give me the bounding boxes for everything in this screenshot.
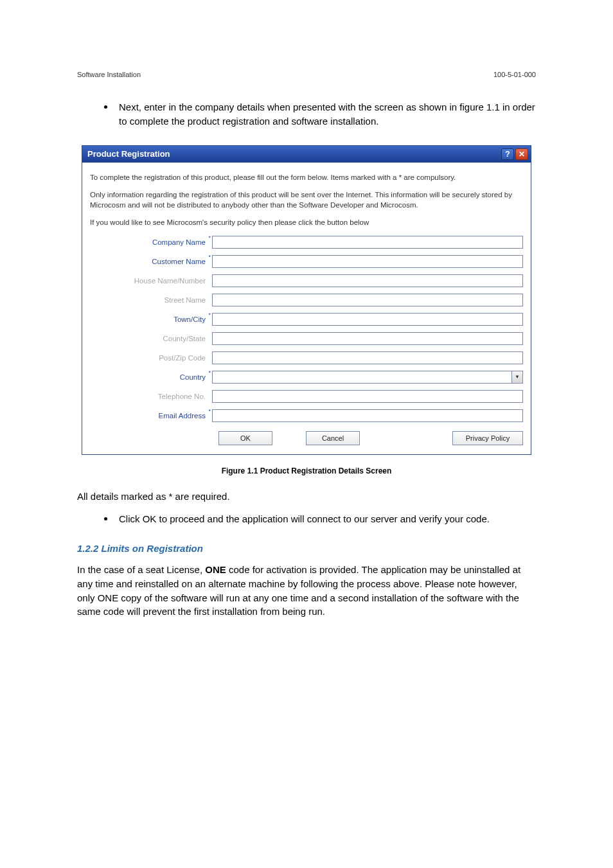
row-county: County/State <box>90 332 523 345</box>
intro-bullet-text: Next, enter in the company details when … <box>119 100 536 128</box>
row-town: Town/City * <box>90 313 523 326</box>
row-customer: Customer Name * <box>90 255 523 268</box>
label-customer-text: Customer Name <box>152 258 206 265</box>
label-email-text: Email Address <box>158 412 206 420</box>
row-country: Country * ▼ <box>90 371 523 384</box>
label-email: Email Address * <box>90 412 212 420</box>
figure-caption: Figure 1.1 Product Registration Details … <box>77 466 536 475</box>
label-house: House Name/Number <box>90 277 212 285</box>
label-town-text: Town/City <box>173 315 206 323</box>
label-postcode: Post/Zip Code <box>90 354 212 362</box>
dialog-title: Product Registration <box>87 149 170 159</box>
required-note: All details marked as * are required. <box>77 490 536 504</box>
country-combo-value[interactable] <box>212 371 511 384</box>
chevron-down-icon[interactable]: ▼ <box>511 371 523 384</box>
label-county: County/State <box>90 335 212 342</box>
dialog-titlebar: Product Registration ? ✕ <box>82 146 531 163</box>
dialog-body: To complete the registration of this pro… <box>82 163 531 454</box>
ok-bullet-block: Click OK to proceed and the application … <box>104 512 536 526</box>
dialog-button-row: OK Cancel Privacy Policy <box>90 431 523 445</box>
cancel-button[interactable]: Cancel <box>306 431 360 445</box>
header-right: 100-5-01-000 <box>493 71 536 78</box>
bullet-icon <box>104 517 107 520</box>
product-registration-dialog: Product Registration ? ✕ To complete the… <box>82 145 531 455</box>
row-house: House Name/Number <box>90 274 523 287</box>
required-star: * <box>208 369 211 376</box>
house-input[interactable] <box>212 274 523 287</box>
label-country-text: Country <box>180 373 206 381</box>
country-combo[interactable]: ▼ <box>212 371 523 384</box>
limits-paragraph: In the case of a seat License, ONE code … <box>77 563 536 619</box>
required-star: * <box>208 254 211 260</box>
row-postcode: Post/Zip Code <box>90 351 523 364</box>
label-street: Street Name <box>90 296 212 304</box>
county-input[interactable] <box>212 332 523 345</box>
customer-name-input[interactable] <box>212 255 523 268</box>
limits-text-pre: In the case of a seat License, <box>77 564 205 575</box>
intro-bullet-block: Next, enter in the company details when … <box>104 100 536 128</box>
dialog-intro-2: Only information regarding the registrat… <box>90 190 523 210</box>
company-name-input[interactable] <box>212 236 523 249</box>
dialog-intro-1: To complete the registration of this pro… <box>90 173 523 183</box>
label-company: Company Name * <box>90 238 212 246</box>
label-country: Country * <box>90 373 212 381</box>
town-input[interactable] <box>212 313 523 326</box>
titlebar-controls: ? ✕ <box>501 148 528 160</box>
email-input[interactable] <box>212 409 523 422</box>
ok-bullet-text: Click OK to proceed and the application … <box>119 512 490 526</box>
close-button[interactable]: ✕ <box>515 148 528 160</box>
required-star: * <box>208 312 211 318</box>
row-email: Email Address * <box>90 409 523 422</box>
dialog-intro-3: If you would like to see Microcosm's sec… <box>90 218 523 228</box>
ok-button[interactable]: OK <box>218 431 272 445</box>
help-button[interactable]: ? <box>501 148 514 160</box>
row-street: Street Name <box>90 294 523 306</box>
row-company: Company Name * <box>90 236 523 249</box>
postcode-input[interactable] <box>212 351 523 364</box>
privacy-policy-button[interactable]: Privacy Policy <box>452 431 523 445</box>
bullet-icon <box>104 105 107 109</box>
header-left: Software Installation <box>77 71 141 78</box>
section-heading-limits: 1.2.2 Limits on Registration <box>77 543 536 554</box>
registration-form: Company Name * Customer Name * House Nam… <box>90 236 523 445</box>
row-telephone: Telephone No. <box>90 390 523 403</box>
street-input[interactable] <box>212 294 523 306</box>
required-star: * <box>208 408 211 414</box>
limits-text-bold: ONE <box>205 564 226 575</box>
page-header: Software Installation 100-5-01-000 <box>77 71 536 78</box>
required-star: * <box>208 235 211 241</box>
telephone-input[interactable] <box>212 390 523 403</box>
label-town: Town/City * <box>90 315 212 323</box>
label-telephone: Telephone No. <box>90 393 212 400</box>
label-company-text: Company Name <box>152 238 206 246</box>
label-customer: Customer Name * <box>90 258 212 265</box>
